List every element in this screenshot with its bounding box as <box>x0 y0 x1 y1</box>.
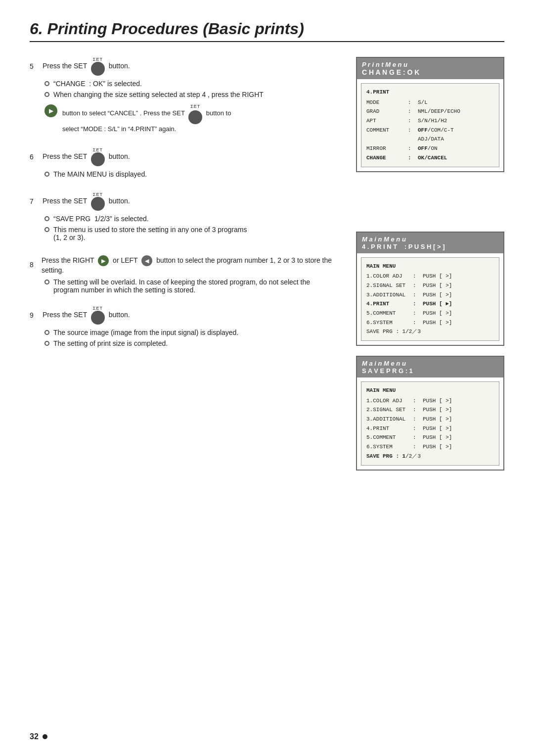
print-menu-body-title: 4.PRINT <box>366 88 494 97</box>
print-menu-header-line1: P r i n t M e n u <box>362 61 498 68</box>
page-container: 6. Printing Procedures (Basic prints) 5 … <box>0 0 534 510</box>
menu-row: 1.COLOR ADJ : PUSH [ >] <box>366 396 494 406</box>
main-menu-print-header: M a i n M e n u 4 . P R I N T : P U S H … <box>357 233 503 253</box>
step-7-text: Press the SET ΣET button. <box>43 192 130 211</box>
step-5-sub-block: ▶ button to select “CANCEL” . Press the … <box>44 103 336 134</box>
footer-dot <box>43 734 47 739</box>
menu-row: 2.SIGNAL SET : PUSH [ >] <box>366 281 494 290</box>
right-column: P r i n t M e n u C H A N G E : O K 4.PR… <box>356 57 504 480</box>
page-number: 32 <box>30 732 39 741</box>
step-5-text: Press the SET ΣET button. <box>43 57 130 76</box>
step-5-bullet-1: “CHANGE : OK” is selected. <box>44 80 336 88</box>
bullet-circle <box>44 280 49 284</box>
set-circle-6 <box>91 152 105 166</box>
main-menu-save-header-line1: M a i n M e n u <box>362 360 498 367</box>
main-menu-save-body: MAIN MENU 1.COLOR ADJ : PUSH [ >] 2.SIGN… <box>361 381 499 466</box>
step-8-number: 8 <box>30 261 38 269</box>
main-menu-save-header-line2: S A V E P R G : 1 <box>362 367 498 375</box>
menu-row: 6.SYSTEM : PUSH [ >] <box>366 318 494 328</box>
menu-row: MIRROR : OFF/ON <box>366 144 494 153</box>
menu-row: 3.ADDITIONAL : PUSH [ >] <box>366 415 494 424</box>
menu-row: COMMENT : OFF/COM/C-T <box>366 126 494 135</box>
bullet-circle <box>44 341 49 346</box>
step-8-block: 8 Press the RIGHT ▶ or LEFT ◀ button to … <box>30 255 336 294</box>
set-button-9: ΣET <box>91 306 105 325</box>
step-5-bullet-2: When changing the size setting selected … <box>44 91 336 98</box>
step-9-number: 9 <box>30 311 38 319</box>
main-menu-save-box: M a i n M e n u S A V E P R G : 1 MAIN M… <box>356 356 504 471</box>
step-7-line: 7 Press the SET ΣET button. <box>30 192 336 211</box>
main-menu-print-header-line1: M a i n M e n u <box>362 236 498 243</box>
step-5-sub-text: button to select “CANCEL” . Press the SE… <box>62 103 231 134</box>
step-8-line: 8 Press the RIGHT ▶ or LEFT ◀ button to … <box>30 255 336 274</box>
main-menu-save-header: M a i n M e n u S A V E P R G : 1 <box>357 357 503 378</box>
step-5-line: 5 Press the SET ΣET button. <box>30 57 336 76</box>
menu-row: 3.ADDITIONAL : PUSH [ >] <box>366 290 494 300</box>
main-menu-print-box: M a i n M e n u 4 . P R I N T : P U S H … <box>356 232 504 346</box>
bullet-circle <box>44 172 49 177</box>
bullet-circle <box>44 227 49 232</box>
step-7-bullet-2: This menu is used to store the setting i… <box>44 226 336 241</box>
print-menu-header: P r i n t M e n u C H A N G E : O K <box>357 58 503 79</box>
menu-row: MODE : S/L <box>366 98 494 107</box>
step-7-number: 7 <box>30 197 38 205</box>
content-area: 5 Press the SET ΣET button. “CHANGE : OK… <box>30 57 504 480</box>
bullet-circle <box>44 81 49 86</box>
step-8-text: Press the RIGHT ▶ or LEFT ◀ button to se… <box>42 255 336 274</box>
step-6-line: 6 Press the SET ΣET button. <box>30 147 336 166</box>
step-8-bullet-1: The setting will be overlaid. In case of… <box>44 278 336 294</box>
bullet-circle <box>44 216 49 221</box>
menu-row: GRAD : NML/DEEP/ECHO <box>366 107 494 116</box>
menu-row: APT : S/N/H1/H2 <box>366 116 494 126</box>
menu-row: 1.COLOR ADJ : PUSH [ >] <box>366 272 494 281</box>
set-circle-5 <box>91 62 105 76</box>
menu-row-print-bold: 4.PRINT : PUSH [ ►] <box>366 299 494 309</box>
page-footer: 32 <box>30 732 47 741</box>
menu-row-change: CHANGE : OK/CANCEL <box>366 153 494 163</box>
set-circle-5b <box>188 110 202 124</box>
step-6-number: 6 <box>30 153 38 161</box>
step-9-text: Press the SET ΣET button. <box>43 306 130 325</box>
step-5-number: 5 <box>30 62 38 70</box>
step-9-bullet-1: The source image (image from the input s… <box>44 329 336 336</box>
main-menu-print-body: MAIN MENU 1.COLOR ADJ : PUSH [ >] 2.SIGN… <box>361 257 499 341</box>
step-9-bullet-2: The setting of print size is completed. <box>44 339 336 347</box>
step8-arrow-right: ▶ <box>98 255 109 266</box>
menu-row: 5.COMMENT : PUSH [ >] <box>366 309 494 318</box>
set-button-5: ΣET <box>91 57 105 76</box>
menu-row-save-prg-bold: SAVE PRG : 1/2／3 <box>366 452 494 461</box>
step-9-block: 9 Press the SET ΣET button. The source i… <box>30 306 336 347</box>
main-menu-print-body-title: MAIN MENU <box>366 262 494 271</box>
menu-row: 4.PRINT : PUSH [ >] <box>366 424 494 433</box>
menu-row: 6.SYSTEM : PUSH [ >] <box>366 442 494 452</box>
set-circle-7 <box>91 197 105 211</box>
set-button-5b: ΣET <box>188 103 202 124</box>
arrow-right-icon: ▶ <box>44 104 57 117</box>
step-9-line: 9 Press the SET ΣET button. <box>30 306 336 325</box>
print-menu-body: 4.PRINT MODE : S/L GRAD : NML/DEEP/ECHO … <box>361 83 499 167</box>
step-7-block: 7 Press the SET ΣET button. “SAVE PRG 1/… <box>30 192 336 241</box>
step-6-block: 6 Press the SET ΣET button. The MAIN MEN… <box>30 147 336 178</box>
main-menu-print-header-line2: 4 . P R I N T : P U S H [ > ] <box>362 243 498 250</box>
step-7-bullet-1: “SAVE PRG 1/2/3” is selected. <box>44 215 336 223</box>
menu-row: ADJ/DATA <box>366 135 494 144</box>
set-circle-9 <box>91 311 105 325</box>
set-button-7: ΣET <box>91 192 105 211</box>
page-title: 6. Printing Procedures (Basic prints) <box>30 20 504 42</box>
step-6-bullet-1: The MAIN MENU is displayed. <box>44 170 336 178</box>
print-menu-header-line2: C H A N G E : O K <box>362 68 498 76</box>
bullet-circle <box>44 330 49 335</box>
step-5-block: 5 Press the SET ΣET button. “CHANGE : OK… <box>30 57 336 134</box>
bullet-circle <box>44 92 49 97</box>
print-menu-box: P r i n t M e n u C H A N G E : O K 4.PR… <box>356 57 504 172</box>
left-column: 5 Press the SET ΣET button. “CHANGE : OK… <box>30 57 336 480</box>
main-menu-save-body-title: MAIN MENU <box>366 386 494 395</box>
menu-row: 5.COMMENT : PUSH [ >] <box>366 433 494 442</box>
set-button-6: ΣET <box>91 147 105 166</box>
step-6-text: Press the SET ΣET button. <box>43 147 130 166</box>
menu-row: 2.SIGNAL SET : PUSH [ >] <box>366 405 494 415</box>
step8-arrow-left: ◀ <box>141 255 152 266</box>
menu-row-save-prg: SAVE PRG : 1/2／3 <box>366 327 494 336</box>
